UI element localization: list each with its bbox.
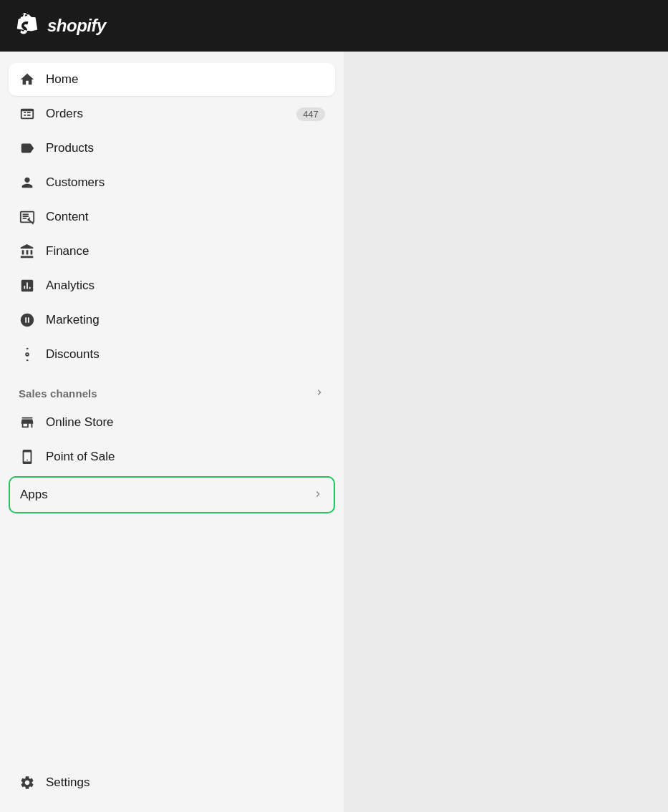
sidebar-item-analytics[interactable]: Analytics xyxy=(9,269,335,302)
apps-chevron-icon xyxy=(312,488,324,502)
sidebar-item-orders-label: Orders xyxy=(46,107,286,121)
topbar: shopify xyxy=(0,0,668,52)
content-area xyxy=(344,52,668,812)
shopify-logo: shopify xyxy=(14,13,106,39)
sidebar-content: Home Orders 447 Products xyxy=(9,63,335,755)
sidebar-item-finance-label: Finance xyxy=(46,244,325,258)
products-icon xyxy=(19,140,36,157)
sidebar-item-customers-label: Customers xyxy=(46,175,325,190)
sidebar-item-home[interactable]: Home xyxy=(9,63,335,96)
sidebar-item-online-store-label: Online Store xyxy=(46,415,325,430)
sidebar-item-apps[interactable]: Apps xyxy=(9,476,335,513)
sidebar-item-analytics-label: Analytics xyxy=(46,279,325,293)
sidebar-item-pos-label: Point of Sale xyxy=(46,450,325,464)
customers-icon xyxy=(19,174,36,191)
sidebar-item-marketing[interactable]: Marketing xyxy=(9,304,335,337)
online-store-icon xyxy=(19,414,36,431)
sidebar-item-finance[interactable]: Finance xyxy=(9,235,335,268)
finance-icon xyxy=(19,243,36,260)
sidebar-item-discounts-label: Discounts xyxy=(46,347,325,362)
sales-channels-title: Sales channels xyxy=(19,387,97,400)
settings-icon xyxy=(19,774,36,791)
sidebar-item-point-of-sale[interactable]: Point of Sale xyxy=(9,440,335,473)
sidebar-item-online-store[interactable]: Online Store xyxy=(9,406,335,439)
sidebar-item-discounts[interactable]: Discounts xyxy=(9,338,335,371)
orders-icon xyxy=(19,105,36,122)
sales-channels-section-header[interactable]: Sales channels xyxy=(9,377,335,406)
sidebar-item-customers[interactable]: Customers xyxy=(9,166,335,199)
sidebar: Home Orders 447 Products xyxy=(0,52,344,812)
content-icon xyxy=(19,208,36,226)
shopify-wordmark: shopify xyxy=(47,16,106,36)
orders-badge: 447 xyxy=(296,107,325,121)
marketing-icon xyxy=(19,311,36,329)
sidebar-item-content-label: Content xyxy=(46,210,325,224)
main-layout: Home Orders 447 Products xyxy=(0,52,668,812)
sidebar-footer: Settings xyxy=(9,755,335,801)
sidebar-item-marketing-label: Marketing xyxy=(46,313,325,327)
sidebar-item-home-label: Home xyxy=(46,72,325,87)
sidebar-item-content[interactable]: Content xyxy=(9,200,335,233)
sidebar-item-settings[interactable]: Settings xyxy=(9,766,335,799)
apps-label: Apps xyxy=(20,488,48,502)
shopify-logo-icon xyxy=(14,13,40,39)
home-icon xyxy=(19,71,36,88)
sidebar-item-orders[interactable]: Orders 447 xyxy=(9,97,335,130)
pos-icon xyxy=(19,448,36,465)
sales-channels-chevron[interactable] xyxy=(314,387,325,400)
discounts-icon xyxy=(19,346,36,363)
sidebar-item-products[interactable]: Products xyxy=(9,132,335,165)
sidebar-item-settings-label: Settings xyxy=(46,775,325,790)
analytics-icon xyxy=(19,277,36,294)
sidebar-item-products-label: Products xyxy=(46,141,325,155)
